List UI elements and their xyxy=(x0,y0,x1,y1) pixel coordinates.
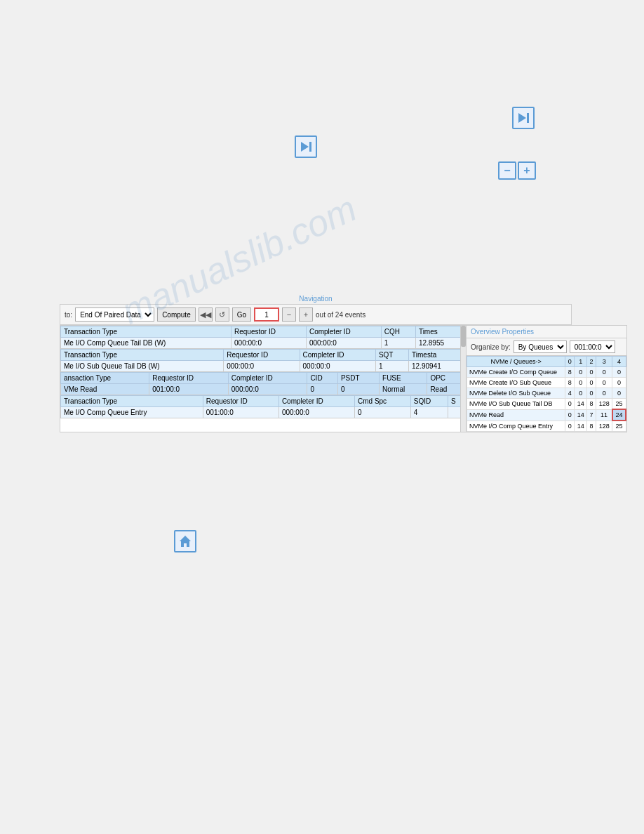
cell-completer-id: 000:00:0 xyxy=(228,384,307,395)
ov-cell-label: NVMe Delete I/O Sub Queue xyxy=(467,388,565,399)
col-completer-id-2: Completer ID xyxy=(300,350,375,361)
overview-row[interactable]: NVMe I/O Sub Queue Tail DB 0 14 8 128 25 xyxy=(467,399,626,410)
ov-cell-label: NVMe I/O Sub Queue Tail DB xyxy=(467,399,565,410)
cell-timesta: 12.90941 xyxy=(409,361,466,372)
cell-cqh: 1 xyxy=(381,338,415,349)
overview-row[interactable]: NVMe I/O Comp Queue Entry 0 14 8 128 25 xyxy=(467,421,626,432)
cell-requestor-id: 000:00:0 xyxy=(232,338,307,349)
ov-cell-val: 0 xyxy=(565,421,575,432)
col-cqh-1: CQH xyxy=(381,326,415,338)
ov-col-header-4: 3 xyxy=(596,357,612,367)
svg-marker-0 xyxy=(518,113,526,123)
ov-cell-val: 4 xyxy=(565,388,575,399)
ov-cell-val: 11 xyxy=(596,409,612,421)
main-ui: Navigation to: End Of Paired Data Comput… xyxy=(60,295,627,432)
overview-row[interactable]: NVMe Delete I/O Sub Queue 4 0 0 0 0 xyxy=(467,388,626,399)
col-cid-3: CID xyxy=(307,373,338,384)
ov-cell-val: 0 xyxy=(596,388,612,399)
ov-cell-label: NVMe Read xyxy=(467,409,565,421)
ov-cell-val: 25 xyxy=(612,399,626,410)
scrollbar-thumb[interactable] xyxy=(461,326,466,347)
ov-cell-val: 0 xyxy=(612,378,626,388)
ov-cell-val: 14 xyxy=(575,399,587,410)
cell-completer-id: 000:00:0 xyxy=(279,407,354,418)
col-completer-id-3: Completer ID xyxy=(228,373,307,384)
scrollbar[interactable] xyxy=(460,326,466,432)
events-count: out of 24 events xyxy=(316,311,365,319)
cell-requestor-id: 001:00:0 xyxy=(203,407,279,418)
cell-transaction-type: Me I/O Comp Queue Tail DB (W) xyxy=(61,338,232,349)
ov-col-header-5: 4 xyxy=(612,357,626,367)
table-row[interactable]: Me I/O Sub Queue Tail DB (W) 000:00:0 00… xyxy=(61,361,466,372)
nav-plus-button[interactable]: + xyxy=(299,307,313,322)
col-requestor-id-4: Requestor ID xyxy=(203,396,279,407)
table-row-selected[interactable]: VMe Read 001:00:0 000:00:0 0 0 Normal Re… xyxy=(61,384,466,395)
skip-end-button-mid[interactable] xyxy=(295,135,317,158)
ov-col-header-1: 0 xyxy=(565,357,575,367)
page-input[interactable] xyxy=(254,307,279,322)
col-transaction-type-2: Transaction Type xyxy=(61,350,224,361)
ov-cell-val: 0 xyxy=(587,378,596,388)
navigation-label: Navigation xyxy=(299,295,332,303)
ov-cell-highlight: 24 xyxy=(612,409,626,421)
cell-cmdspc: 0 xyxy=(354,407,410,418)
ov-cell-val: 0 xyxy=(587,388,596,399)
table-row[interactable]: Me I/O Comp Queue Tail DB (W) 000:00:0 0… xyxy=(61,338,466,349)
svg-rect-1 xyxy=(527,113,529,123)
panels-row: Transaction Type Requestor ID Completer … xyxy=(60,325,627,432)
col-timesta-2: Timesta xyxy=(409,350,466,361)
ov-cell-val: 8 xyxy=(587,421,596,432)
overview-row-selected[interactable]: NVMe Read 0 14 7 11 24 xyxy=(467,409,626,421)
ov-cell-val: 0 xyxy=(596,367,612,378)
ov-cell-val: 0 xyxy=(575,378,587,388)
skip-end-button-top[interactable] xyxy=(512,107,535,129)
col-requestor-id-1: Requestor ID xyxy=(232,326,307,338)
col-psdt-3: PSDT xyxy=(337,373,379,384)
col-transaction-type-4: Transaction Type xyxy=(61,396,203,407)
table-row[interactable]: Me I/O Comp Queue Entry 001:00:0 000:00:… xyxy=(61,407,466,418)
ov-cell-val: 14 xyxy=(575,409,587,421)
svg-marker-4 xyxy=(180,536,191,547)
ov-cell-val: 14 xyxy=(575,421,587,432)
cell-completer-id: 000:00:0 xyxy=(300,361,375,372)
ov-col-header-0: NVMe / Queues-> xyxy=(467,357,565,367)
zoom-controls: − + xyxy=(498,161,536,180)
ov-col-header-3: 2 xyxy=(587,357,596,367)
home-button[interactable] xyxy=(174,530,196,552)
time-select[interactable]: 001:00:0 xyxy=(570,340,615,353)
ov-cell-val: 128 xyxy=(596,421,612,432)
col-cmdspc-4: Cmd Spc xyxy=(354,396,410,407)
go-button[interactable]: Go xyxy=(232,307,251,322)
overview-title: Overview Properties xyxy=(471,328,534,336)
organize-select[interactable]: By Queues xyxy=(514,340,567,353)
nav-first-button[interactable]: ◀◀ xyxy=(199,307,213,322)
transaction-table-1: Transaction Type Requestor ID Completer … xyxy=(60,326,466,349)
cell-psdt: 0 xyxy=(337,384,379,395)
ov-cell-val: 0 xyxy=(565,399,575,410)
col-requestor-id-2: Requestor ID xyxy=(224,350,300,361)
col-transaction-type-3: ansaction Type xyxy=(61,373,149,384)
overview-header: Overview Properties xyxy=(467,326,626,338)
ov-col-header-2: 1 xyxy=(575,357,587,367)
nav-prev-button[interactable]: ↺ xyxy=(215,307,229,322)
ov-cell-val: 7 xyxy=(587,409,596,421)
right-panel: Overview Properties Organize by: By Queu… xyxy=(466,325,627,432)
nav-destination-select[interactable]: End Of Paired Data xyxy=(75,307,154,322)
col-transaction-type-1: Transaction Type xyxy=(61,326,232,338)
overview-row[interactable]: NVMe Create I/O Sub Queue 8 0 0 0 0 xyxy=(467,378,626,388)
ov-cell-val: 0 xyxy=(575,388,587,399)
transaction-table-3: ansaction Type Requestor ID Completer ID… xyxy=(60,372,466,395)
cell-completer-id: 000:00:0 xyxy=(306,338,381,349)
ov-cell-val: 0 xyxy=(565,409,575,421)
ov-cell-val: 8 xyxy=(587,399,596,410)
zoom-out-button[interactable]: − xyxy=(498,161,516,180)
cell-requestor-id: 000:00:0 xyxy=(224,361,300,372)
cell-fuse: Normal xyxy=(380,384,427,395)
nav-minus-button[interactable]: − xyxy=(282,307,296,322)
organize-label: Organize by: xyxy=(471,343,511,351)
ov-cell-val: 0 xyxy=(575,367,587,378)
cell-transaction-type: VMe Read xyxy=(61,384,149,395)
zoom-in-button[interactable]: + xyxy=(518,161,536,180)
compute-button[interactable]: Compute xyxy=(157,307,196,322)
overview-row[interactable]: NVMe Create I/O Comp Queue 8 0 0 0 0 xyxy=(467,367,626,378)
